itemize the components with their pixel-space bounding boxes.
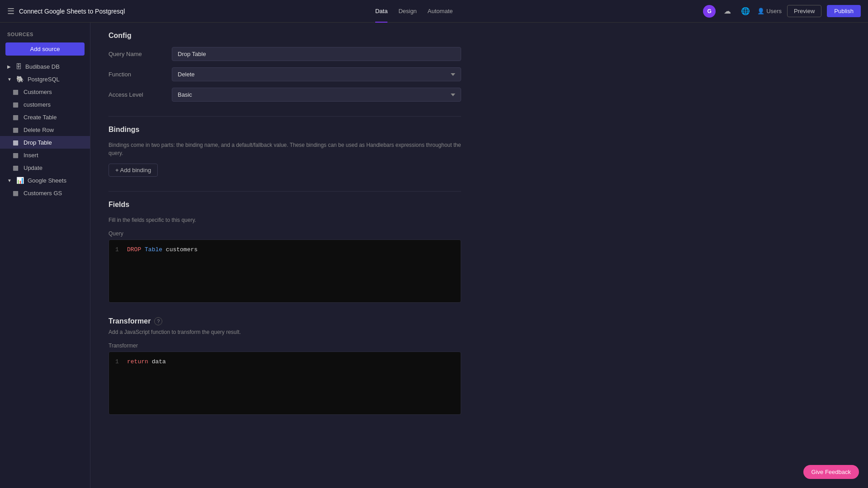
- cloud-icon[interactable]: ☁: [721, 5, 734, 18]
- transformer-header: Transformer ?: [108, 317, 461, 325]
- sidebar-label-drop-table: Drop Table: [24, 139, 52, 146]
- chevron-right-icon: ▶: [7, 64, 11, 69]
- bindings-section: Bindings Bindings come in two parts: the…: [108, 126, 461, 177]
- topbar-right: G ☁ 🌐 👤 Users Preview Publish: [703, 5, 861, 18]
- config-section: Config Query Name Function Delete Select…: [108, 32, 461, 102]
- globe-icon[interactable]: 🌐: [739, 5, 752, 18]
- fields-desc: Fill in the fields specific to this quer…: [108, 216, 461, 224]
- sidebar-item-customers-table[interactable]: ▦ Customers: [0, 85, 90, 98]
- config-title: Config: [108, 32, 461, 40]
- tab-automate[interactable]: Automate: [428, 6, 453, 16]
- users-button[interactable]: 👤 Users: [757, 8, 782, 14]
- code-customers-value: customers: [166, 246, 198, 253]
- drop-icon: ▦: [13, 139, 20, 146]
- update-icon: ▦: [13, 164, 20, 171]
- sidebar-item-drop-table[interactable]: ▦ Drop Table: [0, 136, 90, 149]
- preview-button[interactable]: Preview: [787, 5, 821, 17]
- publish-button[interactable]: Publish: [827, 5, 861, 17]
- query-name-row: Query Name: [108, 47, 461, 61]
- sheets-icon: 📊: [16, 177, 24, 184]
- transformer-desc: Add a JavaScript function to transform t…: [108, 328, 461, 336]
- db-icon: 🗄: [15, 63, 22, 70]
- query-code-editor[interactable]: 1 DROP Table customers: [108, 239, 461, 303]
- sidebar: Sources Add source ▶ 🗄 Budibase DB ▼ 🐘 P…: [0, 23, 90, 488]
- sidebar-label-budibase-db: Budibase DB: [25, 63, 60, 70]
- help-icon[interactable]: ?: [154, 317, 162, 325]
- sidebar-item-update[interactable]: ▦ Update: [0, 161, 90, 174]
- query-icon: ▦: [13, 101, 20, 108]
- add-source-button[interactable]: Add source: [5, 42, 85, 56]
- table-icon: ▦: [13, 88, 20, 95]
- topbar-nav: Data Design Automate: [375, 6, 453, 16]
- sidebar-label-customers-query: customers: [24, 101, 51, 108]
- code-line-1: 1 DROP Table customers: [115, 246, 454, 253]
- chevron-down-icon-gs: ▼: [7, 178, 12, 183]
- transformer-line-num: 1: [115, 358, 121, 365]
- page-content: Config Query Name Function Delete Select…: [90, 23, 479, 438]
- sidebar-label-customers-gs: Customers GS: [24, 190, 62, 197]
- code-drop-keyword: DROP: [127, 246, 141, 253]
- sidebar-label-customers-table: Customers: [24, 89, 52, 95]
- app-title: Connect Google Sheets to Postgresql: [19, 8, 125, 15]
- create-icon: ▦: [13, 113, 20, 121]
- topbar-left: ☰ Connect Google Sheets to Postgresql: [7, 6, 125, 16]
- users-icon: 👤: [757, 8, 764, 14]
- transformer-label: Transformer: [108, 343, 461, 349]
- give-feedback-button[interactable]: Give Feedback: [803, 465, 859, 479]
- sidebar-item-budibase-db[interactable]: ▶ 🗄 Budibase DB: [0, 60, 90, 73]
- hamburger-icon[interactable]: ☰: [7, 6, 14, 16]
- transformer-code-editor[interactable]: 1 return data: [108, 352, 461, 415]
- transformer-code-line-1: 1 return data: [115, 358, 454, 365]
- access-level-label: Access Level: [108, 91, 172, 98]
- topbar: ☰ Connect Google Sheets to Postgresql Da…: [0, 0, 868, 23]
- tab-data[interactable]: Data: [375, 6, 387, 16]
- main-content: Config Query Name Function Delete Select…: [90, 23, 868, 488]
- transformer-section: Transformer ? Add a JavaScript function …: [108, 317, 461, 415]
- line-num-1: 1: [115, 246, 121, 253]
- transformer-title: Transformer: [108, 317, 151, 325]
- fields-section: Fields Fill in the fields specific to th…: [108, 201, 461, 303]
- sidebar-item-customers-query[interactable]: ▦ customers: [0, 98, 90, 111]
- access-level-select[interactable]: Basic Power Admin: [172, 88, 461, 102]
- sidebar-label-create-table: Create Table: [24, 114, 57, 121]
- chevron-down-icon: ▼: [7, 77, 12, 82]
- postgresql-icon: 🐘: [16, 75, 24, 83]
- code-data-value: data: [152, 358, 166, 365]
- bindings-title: Bindings: [108, 126, 461, 134]
- sidebar-item-insert[interactable]: ▦ Insert: [0, 149, 90, 161]
- access-level-row: Access Level Basic Power Admin: [108, 88, 461, 102]
- sidebar-label-update: Update: [24, 164, 42, 171]
- query-name-label: Query Name: [108, 51, 172, 57]
- code-return-keyword: return: [127, 358, 148, 365]
- divider-2: [108, 191, 461, 192]
- sidebar-label-postgresql: PostgreSQL: [28, 76, 60, 83]
- sidebar-label-google-sheets: Google Sheets: [28, 177, 66, 184]
- sidebar-label-insert: Insert: [24, 152, 38, 159]
- add-binding-button[interactable]: + Add binding: [108, 164, 158, 177]
- sidebar-label-delete-row: Delete Row: [24, 127, 54, 133]
- sources-header: Sources: [0, 27, 90, 40]
- delete-icon: ▦: [13, 126, 20, 133]
- code-table-keyword: Table: [145, 246, 162, 253]
- gs-query-icon: ▦: [13, 189, 20, 197]
- sidebar-item-postgresql[interactable]: ▼ 🐘 PostgreSQL: [0, 73, 90, 85]
- bindings-desc: Bindings come in two parts: the binding …: [108, 141, 461, 157]
- divider-1: [108, 116, 461, 117]
- function-row: Function Delete Select Create Insert Upd…: [108, 67, 461, 81]
- main-layout: Sources Add source ▶ 🗄 Budibase DB ▼ 🐘 P…: [0, 23, 868, 488]
- fields-title: Fields: [108, 201, 461, 209]
- sidebar-item-google-sheets[interactable]: ▼ 📊 Google Sheets: [0, 174, 90, 187]
- insert-icon: ▦: [13, 151, 20, 159]
- function-label: Function: [108, 71, 172, 78]
- query-field-label: Query: [108, 230, 461, 237]
- sidebar-item-create-table[interactable]: ▦ Create Table: [0, 111, 90, 123]
- function-select[interactable]: Delete Select Create Insert Update: [172, 67, 461, 81]
- tab-design[interactable]: Design: [398, 6, 416, 16]
- sidebar-item-delete-row[interactable]: ▦ Delete Row: [0, 123, 90, 136]
- query-name-input[interactable]: [172, 47, 461, 61]
- sidebar-item-customers-gs[interactable]: ▦ Customers GS: [0, 187, 90, 199]
- avatar: G: [703, 5, 716, 18]
